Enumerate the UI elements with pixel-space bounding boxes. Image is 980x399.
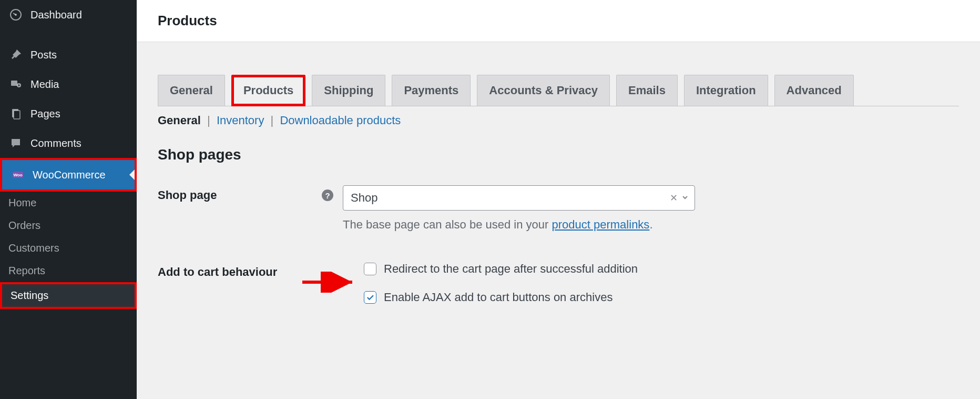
sidebar-label: WooCommerce [33, 169, 106, 181]
svg-text:Woo: Woo [13, 173, 22, 177]
sidebar-item-dashboard[interactable]: Dashboard [0, 0, 137, 29]
sidebar-item-posts[interactable]: Posts [0, 40, 137, 69]
clear-icon[interactable]: ✕ [670, 192, 678, 204]
admin-sidebar: Dashboard Posts Media Pages Comments Woo… [0, 0, 137, 399]
subtab-inventory[interactable]: Inventory [217, 114, 264, 127]
sidebar-item-woocommerce[interactable]: Woo WooCommerce [2, 160, 135, 189]
submenu-customers[interactable]: Customers [0, 237, 137, 260]
submenu-orders[interactable]: Orders [0, 214, 137, 237]
media-icon [8, 77, 23, 92]
tab-general[interactable]: General [158, 75, 225, 106]
settings-tabs: General Products Shipping Payments Accou… [158, 75, 959, 106]
ajax-label: Enable AJAX add to cart buttons on archi… [384, 291, 612, 304]
shop-page-select[interactable]: Shop ✕ [343, 185, 695, 211]
tab-accounts[interactable]: Accounts & Privacy [477, 75, 610, 106]
svg-point-1 [15, 14, 17, 16]
chevron-down-icon [681, 191, 689, 205]
settings-subtabs: General | Inventory | Downloadable produ… [158, 114, 959, 127]
svg-rect-2 [11, 81, 17, 86]
redirect-checkbox[interactable] [364, 263, 376, 275]
page-title: Products [158, 13, 217, 28]
svg-rect-5 [14, 111, 20, 119]
sidebar-label: Comments [30, 137, 81, 149]
sidebar-label: Pages [30, 108, 60, 120]
submenu-home[interactable]: Home [0, 192, 137, 214]
cart-behaviour-label: Add to cart behaviour [158, 262, 343, 279]
subtab-downloadable[interactable]: Downloadable products [280, 114, 401, 127]
tab-advanced[interactable]: Advanced [774, 75, 854, 106]
sidebar-label: Dashboard [30, 9, 82, 21]
tab-shipping[interactable]: Shipping [312, 75, 385, 106]
sidebar-label: Media [30, 78, 59, 91]
sidebar-item-pages[interactable]: Pages [0, 99, 137, 128]
ajax-checkbox[interactable] [364, 291, 376, 304]
tab-integration[interactable]: Integration [684, 75, 768, 106]
shop-page-value: Shop [351, 191, 377, 204]
tab-products[interactable]: Products [231, 75, 305, 106]
comment-icon [8, 136, 23, 151]
submenu-reports[interactable]: Reports [0, 260, 137, 282]
pin-icon [8, 47, 23, 62]
subtab-general[interactable]: General [158, 114, 201, 127]
page-header: Products [137, 0, 980, 42]
redirect-label: Redirect to the cart page after successf… [384, 262, 638, 276]
tab-payments[interactable]: Payments [392, 75, 471, 106]
sidebar-item-comments[interactable]: Comments [0, 128, 137, 158]
submenu-settings[interactable]: Settings [2, 284, 135, 307]
shop-page-label: Shop page ? [158, 185, 343, 202]
section-heading-shop-pages: Shop pages [158, 146, 959, 163]
sidebar-label: Posts [30, 49, 57, 61]
help-icon[interactable]: ? [322, 189, 333, 201]
pages-icon [8, 106, 23, 121]
shop-page-help: The base page can also be used in your p… [343, 218, 959, 232]
dashboard-icon [8, 7, 23, 22]
woocommerce-icon: Woo [11, 167, 25, 182]
product-permalinks-link[interactable]: product permalinks [552, 218, 650, 231]
main-content: Products General Products Shipping Payme… [137, 0, 980, 399]
tab-emails[interactable]: Emails [616, 75, 678, 106]
sidebar-item-media[interactable]: Media [0, 69, 137, 99]
